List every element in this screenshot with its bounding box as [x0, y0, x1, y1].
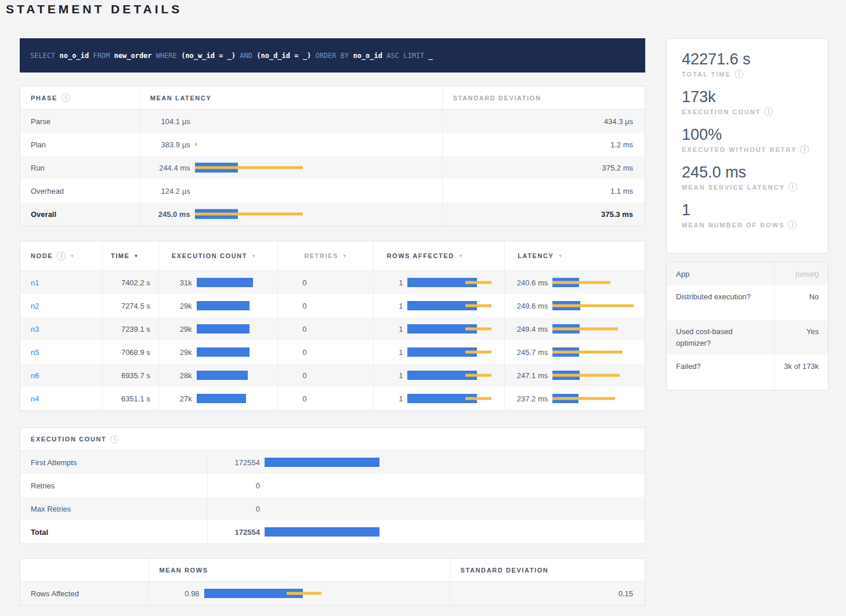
rows-affected-value: 1 [381, 278, 403, 287]
stat-executed-without-retry: 100% Executed Without Retry [682, 126, 816, 154]
node-link[interactable]: n5 [20, 348, 39, 357]
table-row: n3 7239.1 s 29k 0 1 249.4 ms [20, 317, 645, 340]
info-icon[interactable] [789, 183, 797, 191]
empty-header-cell [20, 559, 149, 581]
mean-latency-value: 244.4 ms [148, 164, 190, 172]
mean-latency-value: 245.0 ms [148, 210, 190, 219]
latency-value: 247.1 ms [512, 371, 548, 380]
mean-rows-header: Mean Rows [149, 559, 450, 581]
sort-desc-icon[interactable] [251, 253, 256, 259]
exec-count-value: 29k [166, 348, 192, 357]
mean-latency-header: Mean Latency [140, 86, 443, 109]
table-row: n4 6351.1 s 27k 0 1 237.2 ms [20, 387, 645, 410]
stat-total-time: 42271.6 s Total Time [682, 50, 816, 78]
retries-column-header[interactable]: Retries [278, 241, 374, 270]
stat-mean-service-latency: 245.0 ms Mean Service Latency [682, 164, 816, 191]
table-row: Overhead 124.2 µs 1.1 ms [20, 179, 645, 202]
std-dev-value: 1.2 ms [443, 133, 645, 156]
latency-value: 240.6 ms [512, 278, 548, 287]
table-row: Overall 245.0 ms 375.3 ms [20, 202, 645, 226]
execution-count-header: Execution Count [20, 428, 645, 450]
exec-row-label: Max Retries [20, 497, 208, 520]
info-icon[interactable] [788, 220, 797, 229]
retries-value: 0 [285, 371, 307, 380]
info-icon[interactable] [800, 145, 809, 154]
table-row: Total 172554 [20, 520, 645, 543]
table-row: Max Retries 0 [20, 497, 645, 520]
sort-desc-icon[interactable] [342, 253, 347, 259]
table-row: Retries 0 [20, 474, 645, 497]
info-icon[interactable] [110, 435, 119, 444]
info-icon[interactable] [735, 70, 743, 78]
table-row: Rows Affected 0.98 0.15 [20, 582, 645, 605]
phase-label: Parse [20, 110, 140, 133]
info-icon[interactable] [764, 107, 773, 116]
node-link[interactable]: n1 [20, 278, 39, 287]
phase-label: Overhead [20, 179, 140, 202]
execution-count-column-header[interactable]: Execution Count [159, 241, 278, 270]
table-row: Parse 104.1 µs 434.3 µs [20, 110, 645, 133]
exec-row-value: 0 [215, 481, 260, 490]
exec-row-label: Retries [20, 474, 208, 497]
rows-affected-label: Rows Affected [20, 582, 149, 605]
retries-value: 0 [285, 394, 307, 403]
latency-column-header[interactable]: Latency [505, 241, 645, 270]
retries-value: 0 [285, 348, 307, 357]
mean-latency-value: 383.9 µs [148, 140, 190, 149]
sort-desc-icon[interactable] [134, 253, 139, 259]
statement-details-card: App (unset) Distributed execution? No Us… [666, 262, 829, 390]
time-value: 7239.1 s [103, 317, 159, 340]
sort-desc-icon[interactable] [558, 253, 563, 259]
std-dev-value: 375.2 ms [443, 156, 645, 179]
sort-desc-icon[interactable] [70, 253, 74, 259]
sort-desc-icon[interactable] [458, 253, 463, 259]
node-column-header[interactable]: Node [20, 241, 103, 270]
mean-latency-value: 104.1 µs [148, 117, 190, 126]
exec-row-value: 172554 [215, 458, 260, 467]
rows-affected-value: 1 [381, 394, 403, 403]
time-value: 7274.5 s [103, 294, 159, 317]
latency-bar [195, 184, 442, 197]
exec-count-value: 31k [166, 278, 192, 287]
exec-count-value: 29k [166, 325, 192, 334]
detail-row-optimizer: Used cost-based optimizer? Yes [667, 320, 828, 355]
latency-bar [195, 138, 442, 151]
time-column-header[interactable]: Time [103, 241, 159, 270]
sql-statement-bar: SELECT no_o_id FROM new_order WHERE (no_… [20, 38, 645, 73]
exec-count-value: 27k [166, 394, 192, 403]
detail-row-app: App (unset) [667, 262, 828, 285]
phase-latency-table: Phase Mean Latency Standard Deviation Pa… [20, 86, 645, 226]
rows-affected-table: Mean Rows Standard Deviation Rows Affect… [20, 558, 645, 606]
std-dev-header: Standard Deviation [450, 559, 645, 581]
retries-value: 0 [285, 278, 307, 287]
stat-execution-count: 173k Execution Count [682, 88, 816, 116]
table-row: Run 244.4 ms 375.2 ms [20, 156, 645, 179]
node-link[interactable]: n3 [20, 325, 39, 334]
time-value: 6935.7 s [103, 364, 159, 387]
table-row: First Attempts 172554 [20, 451, 645, 474]
std-dev-value: 375.3 ms [443, 202, 645, 226]
exec-row-label: Total [20, 520, 208, 543]
info-icon[interactable] [62, 93, 70, 102]
table-row: n2 7274.5 s 29k 0 1 249.6 ms [20, 294, 645, 317]
rows-affected-value: 1 [381, 371, 403, 380]
info-icon[interactable] [57, 252, 66, 260]
retries-value: 0 [285, 302, 307, 310]
latency-bar [195, 208, 442, 220]
summary-stats-card: 42271.6 s Total Time 173k Execution Coun… [666, 38, 829, 253]
node-link[interactable]: n2 [20, 302, 39, 310]
rows-affected-value: 1 [381, 302, 403, 310]
rows-affected-column-header[interactable]: Rows Affected [374, 241, 505, 270]
std-dev-header: Standard Deviation [443, 86, 645, 109]
latency-value: 249.6 ms [512, 302, 548, 310]
detail-row-distributed: Distributed execution? No [667, 285, 828, 320]
std-dev-value: 0.15 [450, 582, 645, 605]
time-value: 7068.9 s [103, 340, 159, 364]
stat-mean-number-of-rows: 1 Mean Number of Rows [682, 201, 816, 229]
node-link[interactable]: n4 [20, 394, 39, 403]
latency-bar [195, 115, 442, 128]
exec-row-value: 0 [215, 505, 260, 513]
phase-label: Run [20, 156, 140, 179]
node-link[interactable]: n6 [20, 371, 39, 380]
std-dev-value: 434.3 µs [443, 110, 645, 133]
